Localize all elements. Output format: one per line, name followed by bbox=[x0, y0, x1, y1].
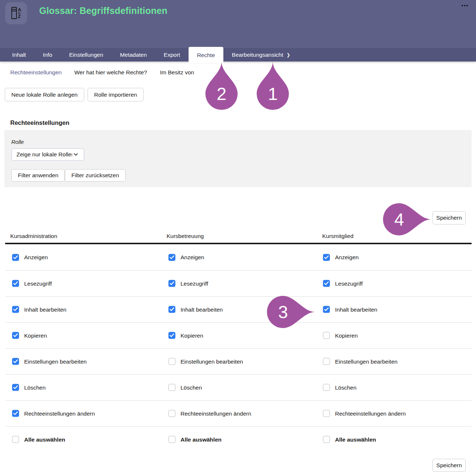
checkbox[interactable] bbox=[323, 280, 330, 287]
subtab-im-besitz-von[interactable]: Im Besitz von bbox=[160, 69, 194, 76]
checkbox[interactable] bbox=[12, 384, 19, 391]
checkbox[interactable] bbox=[12, 306, 19, 313]
checkbox[interactable] bbox=[168, 436, 175, 443]
checkbox[interactable] bbox=[323, 384, 330, 391]
checkbox[interactable] bbox=[12, 436, 19, 443]
permission-label: Lesezugriff bbox=[335, 280, 363, 287]
permission-label: Lesezugriff bbox=[181, 280, 208, 287]
checkbox[interactable] bbox=[168, 410, 175, 417]
checkbox[interactable] bbox=[12, 254, 19, 261]
checkbox[interactable] bbox=[12, 332, 19, 339]
permission-cell[interactable]: Lesezugriff bbox=[168, 280, 208, 287]
permission-label: Inhalt bearbeiten bbox=[335, 306, 377, 313]
checkbox[interactable] bbox=[12, 280, 19, 287]
save-button-top[interactable]: Speichern bbox=[432, 211, 466, 224]
checkbox[interactable] bbox=[323, 306, 330, 313]
permission-cell[interactable]: Kopieren bbox=[323, 332, 358, 339]
permissions-table-header: Kursadministration Kursbetreuung Kursmit… bbox=[5, 231, 472, 243]
permission-cell[interactable]: Einstellungen bearbeiten bbox=[12, 358, 87, 365]
filter-apply-button[interactable]: Filter anwenden bbox=[11, 169, 65, 182]
table-row: Rechteeinstellungen ändern Rechteeinstel… bbox=[5, 400, 472, 426]
permission-cell[interactable]: Inhalt bearbeiten bbox=[168, 306, 223, 313]
annotation-number-2: 2 bbox=[217, 84, 227, 104]
permission-cell[interactable]: Anzeigen bbox=[323, 254, 359, 261]
permission-cell[interactable]: Lesezugriff bbox=[12, 280, 52, 287]
checkbox[interactable] bbox=[168, 280, 175, 287]
checkbox[interactable] bbox=[323, 358, 330, 365]
checkbox[interactable] bbox=[323, 254, 330, 261]
permission-label: Anzeigen bbox=[24, 254, 48, 261]
select-all-cell[interactable]: Alle auswählen bbox=[323, 436, 376, 443]
permission-cell[interactable]: Kopieren bbox=[12, 332, 47, 339]
annotation-marker-2: 2 bbox=[205, 62, 238, 110]
tab-einstellungen[interactable]: Einstellungen bbox=[61, 48, 112, 62]
permission-label: Löschen bbox=[181, 384, 202, 391]
permission-label: Einstellungen bearbeiten bbox=[335, 358, 398, 365]
permissions-table: Kursadministration Kursbetreuung Kursmit… bbox=[5, 231, 472, 452]
tab-bearbeitungsansicht[interactable]: Bearbeitungsansicht❯ bbox=[223, 48, 299, 62]
checkbox[interactable] bbox=[12, 410, 19, 417]
table-row: Löschen Löschen Löschen bbox=[5, 374, 472, 400]
permission-cell[interactable]: Einstellungen bearbeiten bbox=[323, 358, 398, 365]
permission-label: Einstellungen bearbeiten bbox=[181, 358, 243, 365]
permission-label: Rechteeinstellungen ändern bbox=[181, 410, 251, 417]
permission-cell[interactable]: Inhalt bearbeiten bbox=[323, 306, 377, 313]
permission-cell[interactable]: Lesezugriff bbox=[323, 280, 363, 287]
permission-label: Kopieren bbox=[24, 332, 47, 339]
subtab-wer-hat-rechte[interactable]: Wer hat hier welche Rechte? bbox=[74, 69, 147, 76]
tab-bearbeitungsansicht-label: Bearbeitungsansicht bbox=[232, 52, 283, 58]
tab-info[interactable]: Info bbox=[34, 48, 61, 62]
permission-cell[interactable]: Anzeigen bbox=[168, 254, 204, 261]
tab-rechte[interactable]: Rechte bbox=[189, 47, 223, 63]
svg-text:Z: Z bbox=[18, 14, 21, 19]
save-button-bottom[interactable]: Speichern bbox=[432, 459, 466, 472]
permission-cell[interactable]: Inhalt bearbeiten bbox=[12, 306, 66, 313]
permission-label: Kopieren bbox=[335, 332, 358, 339]
chevron-right-icon: ❯ bbox=[287, 52, 290, 57]
checkbox[interactable] bbox=[168, 332, 175, 339]
permission-cell[interactable]: Löschen bbox=[12, 384, 46, 391]
permission-cell[interactable]: Kopieren bbox=[168, 332, 203, 339]
rights-settings-heading: Rechteeinstellungen bbox=[10, 119, 69, 126]
select-all-cell[interactable]: Alle auswählen bbox=[12, 436, 65, 443]
permission-cell[interactable]: Rechteeinstellungen ändern bbox=[12, 410, 95, 417]
checkbox[interactable] bbox=[12, 358, 19, 365]
glossary-rights-page: A Z Glossar: Begriffsdefinitionen ••• In… bbox=[0, 0, 476, 476]
permission-cell[interactable]: Löschen bbox=[323, 384, 357, 391]
page-header: A Z Glossar: Begriffsdefinitionen ••• bbox=[0, 0, 476, 48]
permission-cell[interactable]: Rechteeinstellungen ändern bbox=[168, 410, 251, 417]
checkbox[interactable] bbox=[323, 410, 330, 417]
overflow-menu-icon[interactable]: ••• bbox=[461, 3, 469, 8]
checkbox[interactable] bbox=[168, 358, 175, 365]
import-role-button[interactable]: Rolle importieren bbox=[88, 88, 144, 101]
checkbox[interactable] bbox=[168, 254, 175, 261]
filter-panel: Rolle Zeige nur lokale Rollen Filter anw… bbox=[4, 130, 472, 187]
checkbox[interactable] bbox=[168, 384, 175, 391]
permission-cell[interactable]: Anzeigen bbox=[12, 254, 48, 261]
role-filter-select[interactable]: Zeige nur lokale Rollen bbox=[11, 148, 84, 161]
permission-label: Einstellungen bearbeiten bbox=[24, 358, 87, 365]
checkbox[interactable] bbox=[168, 306, 175, 313]
column-header-kursmitglied: Kursmitglied bbox=[322, 233, 353, 239]
permission-label: Inhalt bearbeiten bbox=[24, 306, 66, 313]
filter-reset-button[interactable]: Filter zurücksetzen bbox=[65, 169, 126, 182]
tab-metadaten[interactable]: Metadaten bbox=[112, 48, 155, 62]
permission-cell[interactable]: Rechteeinstellungen ändern bbox=[323, 410, 406, 417]
table-row: Anzeigen Anzeigen Anzeigen bbox=[5, 244, 472, 270]
permission-cell[interactable]: Löschen bbox=[168, 384, 202, 391]
permission-label: Löschen bbox=[335, 384, 357, 391]
permission-label: Rechteeinstellungen ändern bbox=[24, 410, 95, 417]
tab-export[interactable]: Export bbox=[155, 48, 189, 62]
table-row: Kopieren Kopieren Kopieren bbox=[5, 322, 472, 348]
checkbox[interactable] bbox=[323, 436, 330, 443]
role-filter-selected-value: Zeige nur lokale Rollen bbox=[16, 151, 72, 158]
tab-inhalt[interactable]: Inhalt bbox=[4, 48, 34, 62]
column-header-kursbetreuung: Kursbetreuung bbox=[167, 233, 204, 239]
select-all-cell[interactable]: Alle auswählen bbox=[168, 436, 222, 443]
checkbox[interactable] bbox=[323, 332, 330, 339]
subtab-rechteeinstellungen[interactable]: Rechteeinstellungen bbox=[10, 69, 62, 76]
svg-text:A: A bbox=[18, 7, 21, 12]
chevron-down-icon bbox=[74, 153, 78, 156]
permission-cell[interactable]: Einstellungen bearbeiten bbox=[168, 358, 243, 365]
new-local-role-button[interactable]: Neue lokale Rolle anlegen bbox=[5, 88, 84, 101]
